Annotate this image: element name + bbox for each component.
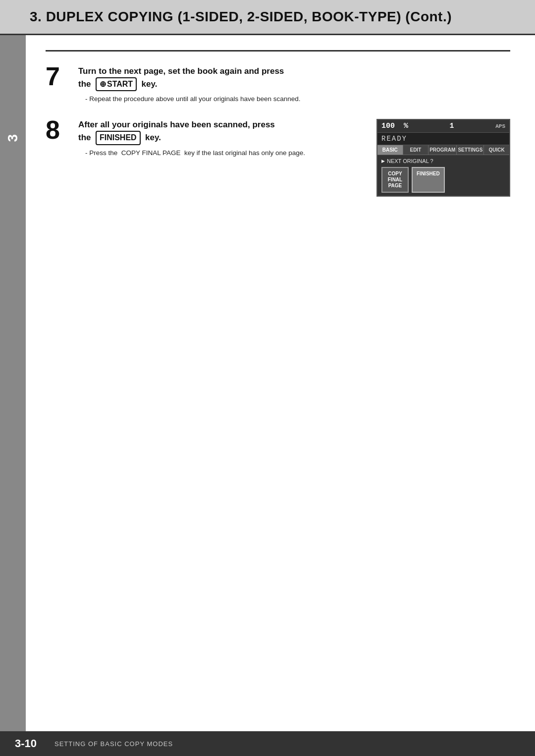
page-title: 3. DUPLEX COPYING (1-SIDED, 2-SIDED, BOO… — [30, 9, 505, 25]
panel-count: 1 — [450, 122, 454, 130]
finished-button[interactable]: FINISHED — [412, 167, 445, 193]
step-7-content: Turn to the next page, set the book agai… — [78, 65, 510, 104]
step-8-text: After all your originals have been scann… — [78, 119, 367, 158]
start-key-icon: ⊕ — [100, 79, 106, 90]
content-area: 7 Turn to the next page, set the book ag… — [26, 35, 535, 731]
step-8-content: After all your originals have been scann… — [78, 119, 510, 197]
copy-final-page-key: COPY FINAL PAGE — [121, 149, 181, 157]
panel-tab-quick[interactable]: QUICK — [484, 145, 509, 155]
panel-status-bar: 100 % 1 APS — [377, 120, 509, 133]
step-8-note: Press the COPY FINAL PAGE key if the las… — [85, 148, 367, 158]
step-8-inner: After all your originals have been scann… — [78, 119, 510, 197]
panel-tab-edit[interactable]: EDIT — [403, 145, 429, 155]
step-7-container: 7 Turn to the next page, set the book ag… — [46, 65, 510, 104]
panel-buttons: COPYFINALPAGE FINISHED — [381, 167, 505, 193]
finished-key: FINISHED — [96, 131, 141, 145]
panel-tabs: BASIC EDIT PROGRAM SETTINGS QUICK — [377, 145, 509, 155]
copy-final-page-button[interactable]: COPYFINALPAGE — [381, 167, 409, 193]
start-key: ⊕START — [96, 77, 137, 91]
step-8-container: 8 After all your originals have been sca… — [46, 119, 510, 197]
display-panel: 100 % 1 APS READY BASIC EDIT PROGRAM — [376, 119, 510, 197]
panel-next-original: NEXT ORIGINAL ? — [381, 158, 505, 164]
step-8-title-part2: the — [78, 133, 91, 142]
step-7-title-part3: key. — [142, 79, 158, 89]
step-7-title-part2: the — [78, 79, 91, 89]
page-header: 3. DUPLEX COPYING (1-SIDED, 2-SIDED, BOO… — [0, 0, 535, 35]
page-footer: 3-10 SETTING OF BASIC COPY MODES — [0, 731, 535, 756]
footer-page-number: 3-10 — [15, 737, 45, 750]
step-7-note: Repeat the procedure above until all you… — [85, 94, 510, 104]
step-7-title: Turn to the next page, set the book agai… — [78, 65, 510, 91]
panel-ready: READY — [377, 133, 509, 145]
left-tab: 3 — [0, 35, 26, 731]
panel-percent: 100 % — [381, 122, 408, 130]
page: 3. DUPLEX COPYING (1-SIDED, 2-SIDED, BOO… — [0, 0, 535, 756]
panel-aps: APS — [495, 123, 505, 129]
step-7-number: 7 — [46, 63, 71, 89]
step-8-title: After all your originals have been scann… — [78, 119, 367, 145]
step-8-title-part1: After all your originals have been scann… — [78, 120, 275, 129]
main-content: 3 7 Turn to the next page, set the book … — [0, 35, 535, 731]
section-divider — [46, 50, 510, 52]
step-7-title-part1: Turn to the next page, set the book agai… — [78, 66, 284, 76]
panel-tab-basic[interactable]: BASIC — [377, 145, 403, 155]
footer-text: SETTING OF BASIC COPY MODES — [54, 740, 173, 748]
panel-tab-program[interactable]: PROGRAM — [428, 145, 457, 155]
step-8-number: 8 — [46, 117, 71, 143]
panel-body: NEXT ORIGINAL ? COPYFINALPAGE FINISHED — [377, 155, 509, 196]
chapter-number: 3 — [5, 134, 21, 142]
panel-tab-settings[interactable]: SETTINGS — [457, 145, 484, 155]
step-8-title-part3: key. — [145, 133, 161, 142]
